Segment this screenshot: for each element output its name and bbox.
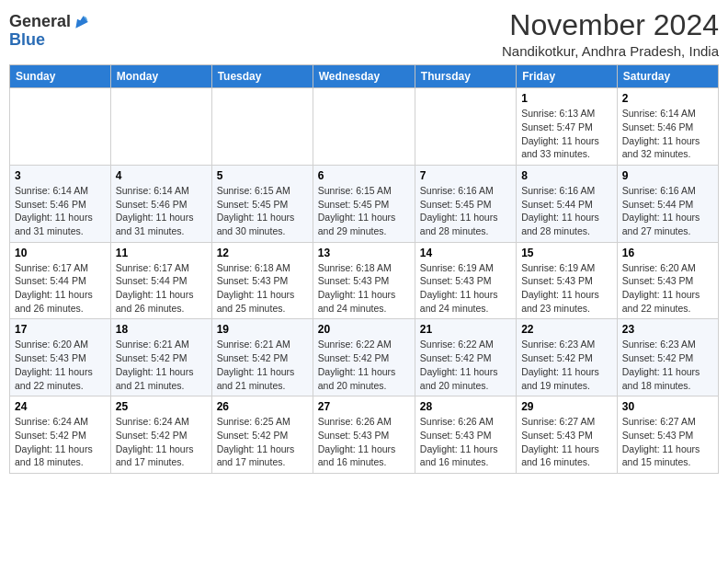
calendar-body: 1Sunrise: 6:13 AM Sunset: 5:47 PM Daylig… [10, 88, 719, 474]
empty-cell [211, 88, 313, 166]
calendar-cell: 2Sunrise: 6:14 AM Sunset: 5:46 PM Daylig… [617, 88, 718, 166]
day-info: Sunrise: 6:16 AM Sunset: 5:44 PM Dayligh… [622, 184, 713, 238]
calendar-week-row: 1Sunrise: 6:13 AM Sunset: 5:47 PM Daylig… [10, 88, 719, 166]
weekday-header: Sunday [10, 65, 111, 88]
day-number: 15 [521, 247, 612, 259]
empty-cell [110, 88, 211, 166]
day-number: 11 [116, 247, 207, 259]
calendar-cell: 22Sunrise: 6:23 AM Sunset: 5:42 PM Dayli… [517, 319, 618, 396]
calendar-cell: 14Sunrise: 6:19 AM Sunset: 5:43 PM Dayli… [415, 242, 516, 319]
day-info: Sunrise: 6:23 AM Sunset: 5:42 PM Dayligh… [622, 338, 713, 392]
empty-cell [415, 88, 516, 166]
day-number: 27 [318, 400, 410, 413]
day-info: Sunrise: 6:22 AM Sunset: 5:42 PM Dayligh… [318, 338, 410, 392]
day-info: Sunrise: 6:14 AM Sunset: 5:46 PM Dayligh… [116, 184, 207, 238]
day-number: 20 [318, 323, 410, 336]
day-number: 8 [521, 169, 612, 182]
calendar-cell: 1Sunrise: 6:13 AM Sunset: 5:47 PM Daylig… [517, 88, 618, 166]
day-info: Sunrise: 6:15 AM Sunset: 5:45 PM Dayligh… [217, 184, 308, 238]
day-number: 24 [15, 400, 106, 413]
day-info: Sunrise: 6:21 AM Sunset: 5:42 PM Dayligh… [116, 338, 207, 392]
day-info: Sunrise: 6:16 AM Sunset: 5:44 PM Dayligh… [521, 184, 612, 238]
day-number: 29 [521, 400, 612, 413]
calendar-cell: 12Sunrise: 6:18 AM Sunset: 5:43 PM Dayli… [211, 242, 313, 319]
day-info: Sunrise: 6:27 AM Sunset: 5:43 PM Dayligh… [521, 415, 612, 469]
day-number: 26 [217, 400, 308, 413]
day-info: Sunrise: 6:18 AM Sunset: 5:43 PM Dayligh… [318, 261, 410, 316]
day-number: 21 [420, 323, 511, 336]
day-number: 7 [420, 169, 511, 182]
day-info: Sunrise: 6:17 AM Sunset: 5:44 PM Dayligh… [15, 261, 106, 316]
calendar-header-row: SundayMondayTuesdayWednesdayThursdayFrid… [10, 65, 719, 88]
day-number: 3 [15, 169, 106, 182]
calendar-cell: 17Sunrise: 6:20 AM Sunset: 5:43 PM Dayli… [10, 319, 111, 396]
weekday-header: Saturday [617, 65, 718, 88]
weekday-header: Wednesday [313, 65, 415, 88]
day-info: Sunrise: 6:23 AM Sunset: 5:42 PM Dayligh… [521, 338, 612, 392]
day-info: Sunrise: 6:20 AM Sunset: 5:43 PM Dayligh… [15, 338, 106, 392]
calendar-cell: 6Sunrise: 6:15 AM Sunset: 5:45 PM Daylig… [313, 165, 415, 242]
empty-cell [313, 88, 415, 166]
logo-icon [73, 13, 91, 31]
day-number: 4 [116, 169, 207, 182]
calendar-cell: 30Sunrise: 6:27 AM Sunset: 5:43 PM Dayli… [617, 396, 718, 474]
logo-general: General [9, 13, 71, 31]
day-number: 2 [622, 92, 713, 105]
calendar-week-row: 24Sunrise: 6:24 AM Sunset: 5:42 PM Dayli… [10, 396, 719, 474]
day-number: 17 [15, 323, 106, 336]
calendar-cell: 15Sunrise: 6:19 AM Sunset: 5:43 PM Dayli… [517, 242, 618, 319]
day-info: Sunrise: 6:20 AM Sunset: 5:43 PM Dayligh… [622, 261, 713, 316]
day-number: 13 [318, 247, 410, 259]
weekday-header: Monday [110, 65, 211, 88]
day-number: 5 [217, 169, 308, 182]
calendar-cell: 24Sunrise: 6:24 AM Sunset: 5:42 PM Dayli… [10, 396, 111, 474]
day-number: 18 [116, 323, 207, 336]
logo: General Blue [9, 13, 91, 50]
calendar-cell: 29Sunrise: 6:27 AM Sunset: 5:43 PM Dayli… [517, 396, 618, 474]
day-number: 30 [622, 400, 713, 413]
day-info: Sunrise: 6:21 AM Sunset: 5:42 PM Dayligh… [217, 338, 308, 392]
calendar-cell: 7Sunrise: 6:16 AM Sunset: 5:45 PM Daylig… [415, 165, 516, 242]
day-number: 9 [622, 169, 713, 182]
calendar-week-row: 10Sunrise: 6:17 AM Sunset: 5:44 PM Dayli… [10, 242, 719, 319]
day-number: 23 [622, 323, 713, 336]
calendar-cell: 21Sunrise: 6:22 AM Sunset: 5:42 PM Dayli… [415, 319, 516, 396]
day-info: Sunrise: 6:17 AM Sunset: 5:44 PM Dayligh… [116, 261, 207, 316]
day-number: 16 [622, 247, 713, 259]
day-info: Sunrise: 6:19 AM Sunset: 5:43 PM Dayligh… [420, 261, 511, 316]
day-info: Sunrise: 6:18 AM Sunset: 5:43 PM Dayligh… [217, 261, 308, 316]
day-number: 14 [420, 247, 511, 259]
calendar-cell: 28Sunrise: 6:26 AM Sunset: 5:43 PM Dayli… [415, 396, 516, 474]
day-info: Sunrise: 6:24 AM Sunset: 5:42 PM Dayligh… [116, 415, 207, 469]
calendar-cell: 9Sunrise: 6:16 AM Sunset: 5:44 PM Daylig… [617, 165, 718, 242]
calendar-cell: 11Sunrise: 6:17 AM Sunset: 5:44 PM Dayli… [110, 242, 211, 319]
calendar-cell: 27Sunrise: 6:26 AM Sunset: 5:43 PM Dayli… [313, 396, 415, 474]
calendar-cell: 18Sunrise: 6:21 AM Sunset: 5:42 PM Dayli… [110, 319, 211, 396]
calendar-week-row: 17Sunrise: 6:20 AM Sunset: 5:43 PM Dayli… [10, 319, 719, 396]
day-info: Sunrise: 6:13 AM Sunset: 5:47 PM Dayligh… [521, 107, 612, 161]
day-number: 25 [116, 400, 207, 413]
day-number: 1 [521, 92, 612, 105]
weekday-header: Thursday [415, 65, 516, 88]
calendar-cell: 20Sunrise: 6:22 AM Sunset: 5:42 PM Dayli… [313, 319, 415, 396]
title-block: November 2024 Nandikotkur, Andhra Prades… [502, 9, 719, 59]
calendar-cell: 16Sunrise: 6:20 AM Sunset: 5:43 PM Dayli… [617, 242, 718, 319]
calendar-cell: 19Sunrise: 6:21 AM Sunset: 5:42 PM Dayli… [211, 319, 313, 396]
weekday-header: Tuesday [211, 65, 313, 88]
day-info: Sunrise: 6:15 AM Sunset: 5:45 PM Dayligh… [318, 184, 410, 238]
day-number: 19 [217, 323, 308, 336]
calendar-cell: 3Sunrise: 6:14 AM Sunset: 5:46 PM Daylig… [10, 165, 111, 242]
logo-blue: Blue [9, 30, 45, 49]
day-info: Sunrise: 6:19 AM Sunset: 5:43 PM Dayligh… [521, 261, 612, 316]
day-info: Sunrise: 6:25 AM Sunset: 5:42 PM Dayligh… [217, 415, 308, 469]
empty-cell [10, 88, 111, 166]
day-info: Sunrise: 6:26 AM Sunset: 5:43 PM Dayligh… [420, 415, 511, 469]
day-info: Sunrise: 6:27 AM Sunset: 5:43 PM Dayligh… [622, 415, 713, 469]
calendar-cell: 13Sunrise: 6:18 AM Sunset: 5:43 PM Dayli… [313, 242, 415, 319]
day-number: 28 [420, 400, 511, 413]
header: General Blue November 2024 Nandikotkur, … [9, 9, 719, 59]
calendar-cell: 23Sunrise: 6:23 AM Sunset: 5:42 PM Dayli… [617, 319, 718, 396]
day-number: 22 [521, 323, 612, 336]
location-title: Nandikotkur, Andhra Pradesh, India [502, 43, 719, 59]
day-info: Sunrise: 6:16 AM Sunset: 5:45 PM Dayligh… [420, 184, 511, 238]
